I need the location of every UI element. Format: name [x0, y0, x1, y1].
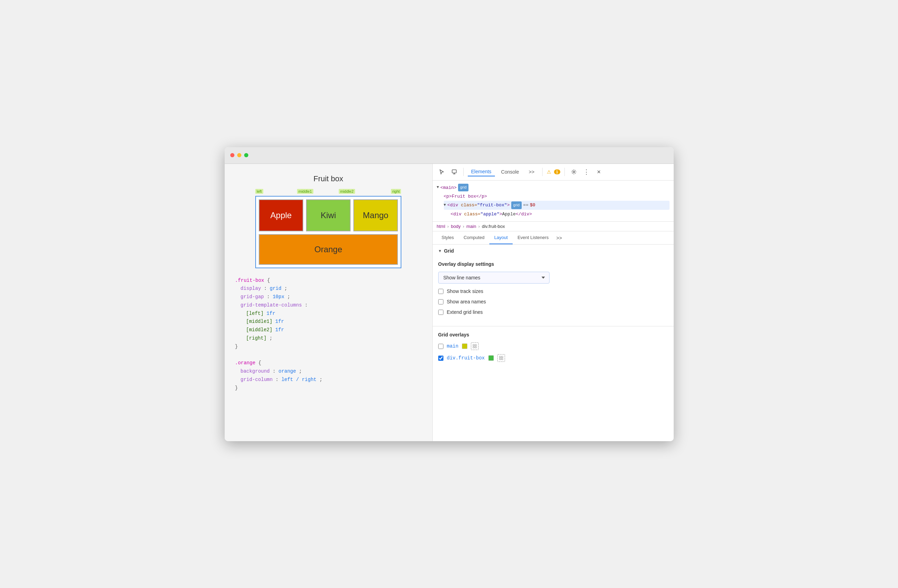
svg-rect-8 [500, 359, 501, 360]
code-line-6: [middle1] 1fr [246, 318, 422, 326]
overlay-fruitbox-color-swatch[interactable] [488, 355, 494, 361]
orange-label: Orange [314, 245, 342, 254]
apple-label: Apple [270, 211, 291, 220]
page-title: Fruit box [232, 174, 425, 183]
warning-badge: 1 [554, 169, 560, 174]
breadcrumb-html[interactable]: html [437, 224, 446, 229]
grid-section-title: Grid [444, 248, 454, 254]
overlay-row-fruitbox: div.fruit-box [438, 354, 668, 362]
breadcrumb-main[interactable]: main [466, 224, 476, 229]
code-line-13: } [235, 384, 422, 393]
line-label-right: right [391, 189, 401, 194]
main-grid-badge[interactable]: grid [458, 184, 469, 191]
checkbox-track-sizes[interactable] [438, 289, 443, 294]
fruitbox-grid-badge[interactable]: grid [511, 202, 522, 209]
close-button[interactable] [230, 153, 234, 157]
browser-chrome [224, 147, 674, 164]
warning-icon: ⚠ [547, 169, 551, 175]
line-labels: left middle1 middle2 right [255, 189, 401, 196]
mango-label: Mango [363, 211, 388, 220]
checkbox-overlay-fruitbox[interactable] [438, 356, 443, 361]
checkbox-area-names[interactable] [438, 299, 443, 305]
devtools-panel: Elements Console >> ⚠ 1 ⋮ [433, 164, 674, 441]
tab-more[interactable]: >> [554, 231, 565, 244]
cursor-icon-button[interactable] [437, 167, 447, 177]
checkbox-extend-lines-row: Extend grid lines [438, 309, 668, 315]
grid-section-header[interactable]: ▼ Grid [433, 245, 674, 257]
code-line-11: background : orange ; [241, 368, 422, 376]
tab-layout[interactable]: Layout [489, 231, 513, 244]
line-label-left: left [255, 189, 263, 194]
breadcrumb-current[interactable]: div.fruit-box [482, 224, 504, 229]
kiwi-label: Kiwi [321, 211, 336, 220]
kiwi-cell: Kiwi [306, 199, 351, 231]
checkbox-extend-lines-label[interactable]: Extend grid lines [447, 309, 483, 315]
overlay-main-label[interactable]: main [447, 343, 459, 349]
toolbar-separator-3 [564, 168, 565, 176]
overlay-main-grid-icon[interactable] [471, 342, 478, 350]
svg-rect-7 [501, 356, 503, 358]
more-menu-button[interactable]: ⋮ [581, 167, 591, 177]
svg-rect-0 [452, 170, 456, 173]
line-label-middle2: middle2 [339, 189, 355, 194]
code-line-5: [left] 1fr [246, 309, 422, 318]
code-line-2: display : grid ; [241, 285, 422, 293]
checkbox-extend-lines[interactable] [438, 309, 443, 315]
svg-rect-2 [473, 345, 474, 346]
line-names-dropdown[interactable]: Show line names Show line numbers Hide [438, 272, 549, 283]
checkbox-track-sizes-row: Show track sizes [438, 288, 668, 294]
more-tabs-button[interactable]: >> [525, 168, 538, 176]
checkbox-track-sizes-label[interactable]: Show track sizes [447, 288, 483, 294]
svg-rect-6 [500, 356, 501, 358]
browser-body: Fruit box left middle1 middle2 right App… [224, 164, 674, 441]
overlay-settings-title: Overlay display settings [438, 261, 668, 267]
apple-cell: Apple [259, 199, 303, 231]
svg-point-1 [573, 171, 575, 173]
console-tab-button[interactable]: Console [498, 168, 522, 176]
line-label-middle1: middle1 [297, 189, 314, 194]
panel-tabs: Styles Computed Layout Event Listeners >… [433, 231, 674, 245]
breadcrumb: html › body › main › div.fruit-box [433, 222, 674, 231]
toolbar-separator-1 [463, 168, 464, 176]
dom-line-apple-div[interactable]: <div class="apple">Apple</div> [451, 210, 669, 219]
browser-window: Fruit box left middle1 middle2 right App… [224, 147, 674, 441]
overlay-main-color-swatch[interactable] [462, 343, 467, 349]
grid-container-wrapper: left middle1 middle2 right Apple Kiwi Ma… [255, 189, 401, 268]
layout-content: ▼ Grid Overlay display settings Show lin… [433, 245, 674, 441]
tab-computed[interactable]: Computed [459, 231, 489, 244]
css-code-panel: .fruit-box { display : grid ; grid-gap :… [232, 277, 425, 393]
toolbar-separator-2 [542, 168, 543, 176]
checkbox-area-names-label[interactable]: Show area names [447, 299, 486, 305]
dom-line-p: <p>Fruit box</p> [444, 192, 669, 201]
code-line-7: [middle2] 1fr [246, 326, 422, 334]
grid-overlays-section: Grid overlays main [433, 326, 674, 372]
devtools-toolbar: Elements Console >> ⚠ 1 ⋮ [433, 164, 674, 180]
overlay-fruitbox-label[interactable]: div.fruit-box [447, 355, 485, 361]
close-devtools-button[interactable]: ✕ [594, 167, 604, 177]
overlay-row-main: main [438, 342, 668, 350]
grid-overlays-title: Grid overlays [438, 332, 668, 337]
dom-line-main: ▼ <main> grid [437, 183, 669, 192]
inspect-icon-button[interactable] [449, 167, 459, 177]
maximize-button[interactable] [244, 153, 248, 157]
elements-tab-button[interactable]: Elements [468, 167, 495, 176]
tab-event-listeners[interactable]: Event Listeners [513, 231, 554, 244]
tab-styles[interactable]: Styles [437, 231, 459, 244]
webpage-panel: Fruit box left middle1 middle2 right App… [224, 164, 433, 441]
breadcrumb-body[interactable]: body [451, 224, 460, 229]
settings-button[interactable] [569, 167, 579, 177]
grid-section-arrow: ▼ [438, 249, 442, 253]
orange-cell: Orange [259, 234, 398, 265]
code-line-12: grid-column : left / right ; [241, 376, 422, 384]
code-line-3: grid-gap : 10px ; [241, 293, 422, 301]
mango-cell: Mango [354, 199, 398, 231]
checkbox-area-names-row: Show area names [438, 299, 668, 305]
minimize-button[interactable] [237, 153, 241, 157]
grid-section-body: Overlay display settings Show line names… [433, 257, 674, 320]
svg-rect-3 [475, 345, 477, 346]
svg-rect-5 [475, 346, 477, 348]
checkbox-overlay-main[interactable] [438, 344, 443, 349]
svg-rect-9 [501, 359, 503, 360]
dom-line-div-fruitbox[interactable]: ▼ <div class="fruit-box"> grid == $0 [444, 201, 669, 209]
overlay-fruitbox-grid-icon[interactable] [497, 354, 505, 362]
